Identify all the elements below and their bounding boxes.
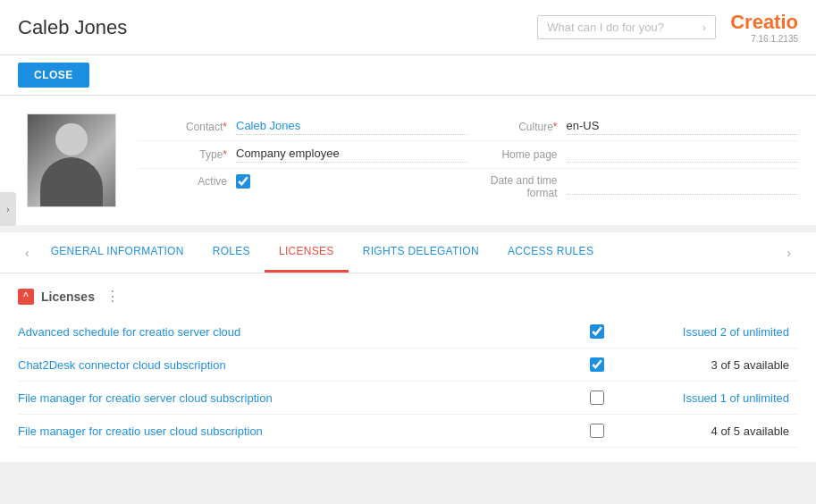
tab-licenses[interactable]: LICENSES (265, 232, 349, 273)
logo-crea: Creatio (730, 11, 798, 33)
license-name: Chat2Desk connector cloud subscription (18, 358, 575, 372)
tab-general-information[interactable]: GENERAL INFORMATION (37, 232, 198, 273)
active-field-row: Active (138, 169, 468, 194)
tabs-bar: ‹ GENERAL INFORMATION ROLES LICENSES RIG… (0, 232, 816, 273)
license-table: Advanced schedule for creatio server clo… (18, 315, 798, 448)
contact-value[interactable]: Caleb Jones (236, 119, 468, 135)
tab-roles[interactable]: ROLES (198, 232, 265, 273)
contact-field-row: Contact* Caleb Jones (138, 113, 468, 141)
license-status: 3 of 5 available (619, 358, 798, 372)
fields-container: Contact* Caleb Jones Type* Company emplo… (138, 113, 798, 205)
license-checkbox[interactable] (590, 324, 604, 339)
tab-access-rules[interactable]: ACCESS RULES (493, 232, 608, 273)
top-actions-bar: CLOSE (0, 55, 816, 96)
contact-label: Contact* (138, 121, 236, 133)
culture-field-row: Culture* en-US (468, 113, 799, 141)
license-checkbox[interactable] (590, 357, 604, 372)
section-title: Licenses (41, 290, 95, 304)
license-check (575, 424, 619, 438)
right-fields: Culture* en-US Home page Date and time f… (468, 113, 799, 205)
type-label: Type* (138, 148, 236, 161)
page-title: Caleb Jones (18, 16, 127, 39)
license-row: Chat2Desk connector cloud subscription 3… (18, 349, 798, 382)
homepage-label: Home page (468, 148, 567, 161)
tab-prev-arrow[interactable]: ‹ (18, 235, 37, 271)
datetime-label: Date and time format (468, 174, 567, 199)
search-box[interactable]: What can I do for you? › (537, 15, 716, 39)
avatar (27, 113, 116, 207)
license-check (575, 357, 619, 372)
license-name: File manager for creatio user cloud subs… (18, 424, 575, 438)
license-checkbox[interactable] (590, 424, 604, 438)
search-arrow-icon: › (702, 21, 706, 34)
profile-content: Contact* Caleb Jones Type* Company emplo… (0, 96, 816, 232)
left-fields: Contact* Caleb Jones Type* Company emplo… (138, 113, 468, 205)
license-checkbox[interactable] (590, 391, 604, 405)
header-right: What can I do for you? › Creatio 7.16.1.… (537, 11, 798, 44)
homepage-value[interactable] (567, 147, 799, 163)
license-name: File manager for creatio server cloud su… (18, 391, 575, 405)
license-link[interactable]: File manager for creatio server cloud su… (18, 391, 273, 405)
type-field-row: Type* Company employee (138, 141, 468, 169)
search-placeholder: What can I do for you? (547, 21, 664, 34)
datetime-field-row: Date and time format (468, 169, 799, 205)
profile-section: Contact* Caleb Jones Type* Company emplo… (27, 113, 798, 207)
datetime-value[interactable] (567, 179, 799, 195)
license-status: 4 of 5 available (619, 424, 798, 438)
licenses-section: ^ Licenses ⋮ Advanced schedule for creat… (0, 273, 816, 462)
culture-value[interactable]: en-US (567, 119, 799, 135)
tabs-nav: GENERAL INFORMATION ROLES LICENSES RIGHT… (37, 232, 780, 273)
license-check (575, 391, 619, 405)
license-row: Advanced schedule for creatio server clo… (18, 315, 798, 349)
active-label: Active (138, 175, 236, 188)
license-row: File manager for creatio user cloud subs… (18, 415, 798, 448)
type-value[interactable]: Company employee (236, 147, 468, 163)
license-name: Advanced schedule for creatio server clo… (18, 325, 575, 339)
license-status: Issued 1 of unlimited (619, 391, 798, 405)
section-header: ^ Licenses ⋮ (18, 288, 798, 305)
tab-next-arrow[interactable]: › (779, 235, 798, 271)
homepage-field-row: Home page (468, 141, 799, 169)
license-link[interactable]: File manager for creatio user cloud subs… (18, 424, 263, 438)
logo-version: 7.16.1.2135 (730, 34, 798, 44)
license-status: Issued 2 of unlimited (619, 325, 798, 339)
tab-rights-delegation[interactable]: RIGHTS DELEGATION (349, 232, 493, 273)
license-row: File manager for creatio server cloud su… (18, 382, 798, 415)
active-checkbox[interactable] (236, 174, 250, 189)
license-check (575, 324, 619, 339)
culture-label: Culture* (468, 121, 567, 133)
license-link[interactable]: Advanced schedule for creatio server clo… (18, 325, 240, 339)
header-bar: Caleb Jones What can I do for you? › Cre… (0, 0, 816, 55)
logo-text: Creatio (730, 11, 798, 33)
section-icon: ^ (18, 289, 34, 305)
section-menu-button[interactable]: ⋮ (105, 288, 120, 305)
sidebar-toggle[interactable]: › (0, 192, 16, 226)
close-button[interactable]: CLOSE (18, 63, 89, 88)
logo: Creatio 7.16.1.2135 (730, 11, 798, 44)
avatar-image (28, 114, 115, 206)
license-link[interactable]: Chat2Desk connector cloud subscription (18, 358, 226, 372)
